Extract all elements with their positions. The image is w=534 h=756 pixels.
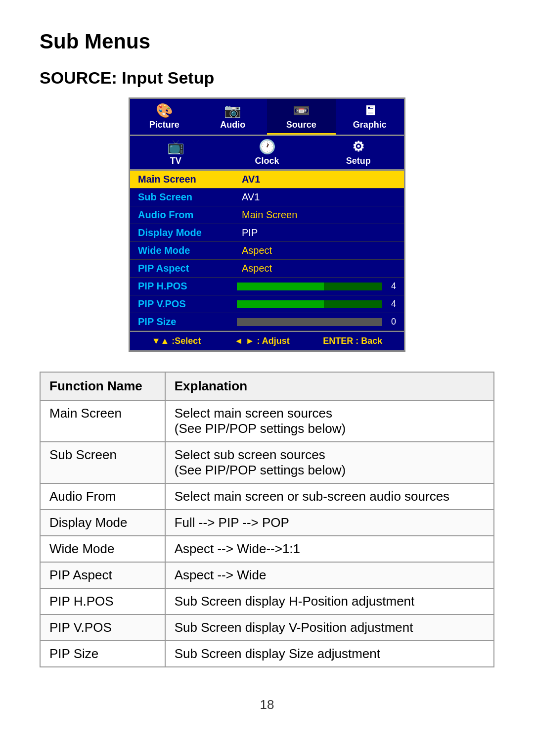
table-row: PIP H.POSSub Screen display H-Position a…	[40, 588, 494, 614]
menu-diagram: 🎨 Picture 📷 Audio 📼 Source 🖥 Graphic 📺 T…	[129, 97, 405, 352]
pip-size-label: PIP Size	[138, 316, 237, 328]
menu-row-display-mode[interactable]: Display Mode PIP	[130, 224, 404, 242]
display-mode-label: Display Mode	[138, 227, 237, 238]
table-header-explanation: Explanation	[165, 372, 494, 400]
display-mode-value: PIP	[237, 227, 396, 238]
tab-picture[interactable]: 🎨 Picture	[130, 99, 199, 135]
table-cell-explanation: Select main screen or sub-screen audio s…	[165, 483, 494, 510]
section-title: SOURCE: Input Setup	[40, 68, 494, 88]
main-screen-label: Main Screen	[138, 174, 237, 185]
table-cell-function: PIP V.POS	[40, 614, 165, 641]
tab-source[interactable]: 📼 Source	[267, 99, 336, 135]
table-cell-explanation: Full --> PIP --> POP	[165, 510, 494, 536]
table-row: Display ModeFull --> PIP --> POP	[40, 510, 494, 536]
tab-audio[interactable]: 📷 Audio	[199, 99, 267, 135]
footer-adjust: ◄ ► : Adjust	[234, 336, 290, 346]
table-cell-function: PIP Size	[40, 641, 165, 667]
graphic-icon: 🖥	[363, 104, 377, 118]
tab-audio-label: Audio	[220, 120, 245, 130]
tab-graphic-label: Graphic	[353, 120, 387, 130]
pip-aspect-value: Aspect	[237, 263, 396, 274]
footer-back: ENTER : Back	[323, 336, 382, 346]
pip-vpos-bar-container: 4	[237, 299, 396, 309]
menu-row-pip-vpos[interactable]: PIP V.POS 4	[130, 295, 404, 313]
table-cell-explanation: Select sub screen sources (See PIP/POP s…	[165, 442, 494, 483]
setup-icon: ⚙	[352, 140, 364, 154]
picture-icon: 🎨	[156, 104, 173, 118]
pip-size-value: 0	[386, 317, 396, 327]
table-cell-function: Sub Screen	[40, 442, 165, 483]
table-row: PIP AspectAspect --> Wide	[40, 562, 494, 588]
table-row: Audio FromSelect main screen or sub-scre…	[40, 483, 494, 510]
tab-source-label: Source	[286, 120, 316, 130]
menu-tabs-row1: 🎨 Picture 📷 Audio 📼 Source 🖥 Graphic	[130, 99, 404, 136]
table-row: PIP V.POSSub Screen display V-Position a…	[40, 614, 494, 641]
table-row: Wide ModeAspect --> Wide-->1:1	[40, 536, 494, 562]
pip-vpos-value: 4	[386, 299, 396, 309]
page-title: Sub Menus	[40, 30, 494, 53]
info-table: Function Name Explanation Main ScreenSel…	[40, 372, 494, 667]
menu-row-sub-screen[interactable]: Sub Screen AV1	[130, 189, 404, 206]
tv-icon: 📺	[167, 140, 184, 154]
table-header-function: Function Name	[40, 372, 165, 400]
sub-screen-value: AV1	[237, 191, 396, 203]
tab-setup[interactable]: ⚙ Setup	[312, 136, 404, 169]
menu-row-audio-from[interactable]: Audio From Main Screen	[130, 206, 404, 224]
menu-tabs-row2: 📺 TV 🕐 Clock ⚙ Setup	[130, 136, 404, 171]
audio-icon: 📷	[224, 104, 241, 118]
sub-screen-label: Sub Screen	[138, 191, 237, 203]
audio-from-value: Main Screen	[237, 209, 396, 221]
table-cell-function: Display Mode	[40, 510, 165, 536]
tab-setup-label: Setup	[346, 156, 371, 166]
menu-row-pip-hpos[interactable]: PIP H.POS 4	[130, 278, 404, 295]
audio-from-label: Audio From	[138, 209, 237, 221]
wide-mode-label: Wide Mode	[138, 245, 237, 256]
pip-hpos-value: 4	[386, 281, 396, 291]
footer-select: ▼▲ :Select	[152, 336, 201, 346]
pip-size-bar	[237, 318, 382, 326]
table-cell-function: Audio From	[40, 483, 165, 510]
table-cell-explanation: Aspect --> Wide-->1:1	[165, 536, 494, 562]
pip-aspect-label: PIP Aspect	[138, 263, 237, 274]
table-row: Sub ScreenSelect sub screen sources (See…	[40, 442, 494, 483]
menu-row-pip-size[interactable]: PIP Size 0	[130, 313, 404, 331]
table-cell-function: PIP Aspect	[40, 562, 165, 588]
table-cell-explanation: Sub Screen display V-Position adjustment	[165, 614, 494, 641]
table-cell-explanation: Select main screen sources (See PIP/POP …	[165, 400, 494, 442]
table-cell-explanation: Sub Screen display Size adjustment	[165, 641, 494, 667]
table-cell-explanation: Aspect --> Wide	[165, 562, 494, 588]
tab-tv[interactable]: 📺 TV	[130, 136, 222, 169]
page-number: 18	[40, 697, 494, 712]
wide-mode-value: Aspect	[237, 245, 396, 256]
pip-hpos-bar	[237, 283, 382, 290]
menu-row-main-screen[interactable]: Main Screen AV1	[130, 171, 404, 189]
menu-row-pip-aspect[interactable]: PIP Aspect Aspect	[130, 260, 404, 278]
pip-vpos-label: PIP V.POS	[138, 298, 237, 310]
table-cell-function: Wide Mode	[40, 536, 165, 562]
pip-hpos-label: PIP H.POS	[138, 281, 237, 292]
pip-vpos-bar-fill	[237, 300, 324, 308]
table-row: PIP SizeSub Screen display Size adjustme…	[40, 641, 494, 667]
table-cell-function: PIP H.POS	[40, 588, 165, 614]
tab-picture-label: Picture	[149, 120, 179, 130]
table-cell-function: Main Screen	[40, 400, 165, 442]
menu-rows: Main Screen AV1 Sub Screen AV1 Audio Fro…	[130, 171, 404, 331]
main-screen-value: AV1	[237, 174, 396, 185]
pip-hpos-bar-container: 4	[237, 281, 396, 291]
table-cell-explanation: Sub Screen display H-Position adjustment	[165, 588, 494, 614]
clock-icon: 🕐	[259, 140, 276, 154]
pip-size-bar-container: 0	[237, 317, 396, 327]
menu-footer: ▼▲ :Select ◄ ► : Adjust ENTER : Back	[130, 331, 404, 350]
tab-tv-label: TV	[170, 156, 181, 166]
source-icon: 📼	[293, 104, 310, 118]
menu-row-wide-mode[interactable]: Wide Mode Aspect	[130, 242, 404, 260]
tab-graphic[interactable]: 🖥 Graphic	[336, 99, 404, 135]
table-row: Main ScreenSelect main screen sources (S…	[40, 400, 494, 442]
tab-clock-label: Clock	[255, 156, 279, 166]
pip-hpos-bar-fill	[237, 283, 324, 290]
tab-clock[interactable]: 🕐 Clock	[222, 136, 313, 169]
pip-vpos-bar	[237, 300, 382, 308]
